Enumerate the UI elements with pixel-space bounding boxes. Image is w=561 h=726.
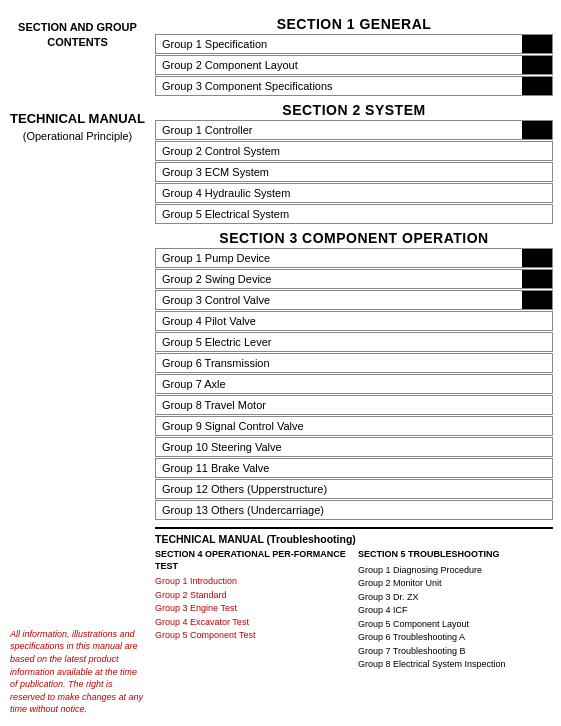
group-row: Group 7 Axle <box>155 374 553 394</box>
group-row: Group 4 Pilot Valve <box>155 311 553 331</box>
col1-items: Group 1 IntroductionGroup 2 StandardGrou… <box>155 575 350 643</box>
bottom-col-1: SECTION 4 OPERATIONAL PER-FORMANCE TEST … <box>155 549 350 672</box>
group-row: Group 1 Controller <box>155 120 553 140</box>
black-indicator <box>522 249 552 267</box>
group-row: Group 5 Electrical System <box>155 204 553 224</box>
black-indicator <box>522 291 552 309</box>
group-row-text: Group 7 Axle <box>156 376 522 392</box>
col1-item: Group 4 Excavator Test <box>155 616 350 630</box>
group-row: Group 4 Hydraulic System <box>155 183 553 203</box>
group-row-text: Group 4 Pilot Valve <box>156 313 522 329</box>
group-row: Group 2 Component Layout <box>155 55 553 75</box>
group-row-text: Group 13 Others (Undercarriage) <box>156 502 522 518</box>
black-indicator <box>522 121 552 139</box>
empty-indicator <box>522 354 552 372</box>
group-row-text: Group 8 Travel Motor <box>156 397 522 413</box>
left-panel: SECTION AND GROUP CONTENTS TECHNICAL MAN… <box>0 0 155 726</box>
bottom-col-2: SECTION 5 TROUBLESHOOTING Group 1 Diagno… <box>358 549 553 672</box>
col2-item: Group 2 Monitor Unit <box>358 577 553 591</box>
black-indicator <box>522 270 552 288</box>
bottom-section-title: TECHNICAL MANUAL (Troubleshooting) <box>155 533 553 545</box>
col2-item: Group 7 Troubleshooting B <box>358 645 553 659</box>
col2-items: Group 1 Diagnosing ProcedureGroup 2 Moni… <box>358 564 553 672</box>
col2-item: Group 6 Troubleshooting A <box>358 631 553 645</box>
section-title: SECTION 2 SYSTEM <box>155 102 553 118</box>
group-row: Group 2 Swing Device <box>155 269 553 289</box>
empty-indicator <box>522 501 552 519</box>
section-group-title: SECTION AND GROUP CONTENTS <box>10 20 145 51</box>
col1-item: Group 2 Standard <box>155 589 350 603</box>
empty-indicator <box>522 142 552 160</box>
black-indicator <box>522 77 552 95</box>
group-row-text: Group 4 Hydraulic System <box>156 185 522 201</box>
empty-indicator <box>522 184 552 202</box>
group-row: Group 1 Pump Device <box>155 248 553 268</box>
group-row-text: Group 1 Pump Device <box>156 250 522 266</box>
group-row: Group 3 ECM System <box>155 162 553 182</box>
empty-indicator <box>522 205 552 223</box>
section-title: SECTION 1 GENERAL <box>155 16 553 32</box>
col2-item: Group 3 Dr. ZX <box>358 591 553 605</box>
empty-indicator <box>522 417 552 435</box>
empty-indicator <box>522 480 552 498</box>
col2-item: Group 8 Electrical System Inspection <box>358 658 553 672</box>
group-row: Group 11 Brake Valve <box>155 458 553 478</box>
empty-indicator <box>522 163 552 181</box>
group-row-text: Group 1 Specification <box>156 36 522 52</box>
group-row: Group 8 Travel Motor <box>155 395 553 415</box>
col1-item: Group 1 Introduction <box>155 575 350 589</box>
sections-container: SECTION 1 GENERALGroup 1 SpecificationGr… <box>155 10 553 521</box>
group-row-text: Group 3 Control Valve <box>156 292 522 308</box>
group-row-text: Group 6 Transmission <box>156 355 522 371</box>
empty-indicator <box>522 312 552 330</box>
technical-manual-sub: (Operational Principle) <box>10 130 145 142</box>
group-row: Group 12 Others (Upperstructure) <box>155 479 553 499</box>
group-row: Group 9 Signal Control Valve <box>155 416 553 436</box>
group-row: Group 1 Specification <box>155 34 553 54</box>
group-row: Group 3 Control Valve <box>155 290 553 310</box>
group-row-text: Group 10 Steering Valve <box>156 439 522 455</box>
group-row-text: Group 3 Component Specifications <box>156 78 522 94</box>
black-indicator <box>522 56 552 74</box>
group-row: Group 5 Electric Lever <box>155 332 553 352</box>
col1-item: Group 3 Engine Test <box>155 602 350 616</box>
group-row-text: Group 2 Component Layout <box>156 57 522 73</box>
empty-indicator <box>522 375 552 393</box>
group-row: Group 10 Steering Valve <box>155 437 553 457</box>
group-row-text: Group 11 Brake Valve <box>156 460 522 476</box>
col2-item: Group 4 ICF <box>358 604 553 618</box>
group-row-text: Group 5 Electrical System <box>156 206 522 222</box>
black-indicator <box>522 35 552 53</box>
bottom-col-2-header: SECTION 5 TROUBLESHOOTING <box>358 549 553 561</box>
empty-indicator <box>522 459 552 477</box>
disclaimer-text: All information, illustrations and speci… <box>10 618 145 716</box>
empty-indicator <box>522 396 552 414</box>
empty-indicator <box>522 438 552 456</box>
technical-manual-title: TECHNICAL MANUAL <box>10 111 145 126</box>
empty-indicator <box>522 333 552 351</box>
group-row-text: Group 2 Control System <box>156 143 522 159</box>
col2-item: Group 1 Diagnosing Procedure <box>358 564 553 578</box>
bottom-columns: SECTION 4 OPERATIONAL PER-FORMANCE TEST … <box>155 549 553 672</box>
group-row: Group 6 Transmission <box>155 353 553 373</box>
group-row-text: Group 3 ECM System <box>156 164 522 180</box>
section-title: SECTION 3 COMPONENT OPERATION <box>155 230 553 246</box>
group-row: Group 3 Component Specifications <box>155 76 553 96</box>
group-row-text: Group 5 Electric Lever <box>156 334 522 350</box>
group-row-text: Group 12 Others (Upperstructure) <box>156 481 522 497</box>
group-row-text: Group 9 Signal Control Valve <box>156 418 522 434</box>
right-panel: SECTION 1 GENERALGroup 1 SpecificationGr… <box>155 0 561 726</box>
col1-item: Group 5 Component Test <box>155 629 350 643</box>
group-row-text: Group 1 Controller <box>156 122 522 138</box>
group-row-text: Group 2 Swing Device <box>156 271 522 287</box>
group-row: Group 13 Others (Undercarriage) <box>155 500 553 520</box>
bottom-section: TECHNICAL MANUAL (Troubleshooting) SECTI… <box>155 527 553 672</box>
col2-item: Group 5 Component Layout <box>358 618 553 632</box>
bottom-col-1-header: SECTION 4 OPERATIONAL PER-FORMANCE TEST <box>155 549 350 572</box>
group-row: Group 2 Control System <box>155 141 553 161</box>
